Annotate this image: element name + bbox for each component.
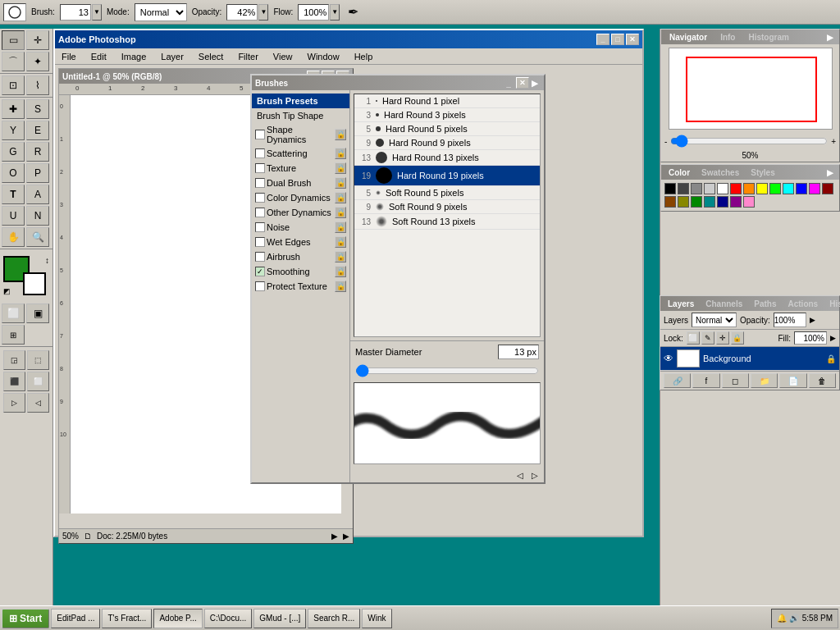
brush-preset-name[interactable]: Hard Round 19 pixels [397,171,536,180]
notes-tool[interactable]: N [26,206,49,226]
tab-history[interactable]: History [825,299,840,309]
standard-mode-btn[interactable]: ▣ [26,304,49,323]
start-button[interactable]: ⊞ Start [2,609,49,628]
wet-edges-row[interactable]: Wet Edges 🔒 [252,235,349,249]
eyedropper-tool[interactable]: ⌇ [26,75,49,95]
color-options-btn[interactable]: ▶ [824,167,836,178]
flow-arrow[interactable]: ▼ [330,4,340,21]
tab-swatches[interactable]: Swatches [697,167,743,178]
opacity-control[interactable]: ▼ [226,4,268,21]
shape-dynamics-label[interactable]: Shape Dynamics [267,125,333,144]
smoothing-row[interactable]: ✓ Smoothing 🔒 [252,264,349,279]
zoom-tool[interactable]: 🔍 [26,227,49,247]
zoom-in-btn[interactable]: + [831,137,836,146]
swatch-darkorange[interactable] [664,196,676,208]
brushes-minimize-btn[interactable]: _ [503,77,514,89]
texture-row[interactable]: Texture 🔒 [252,161,349,176]
brush-preset-name[interactable]: Soft Round 5 pixels [386,188,536,198]
list-item[interactable]: 13 Hard Round 13 pixels [354,150,540,166]
quick-mask-btn[interactable]: ⬜ [2,304,25,323]
magic-wand-tool[interactable]: ✦ [26,52,49,71]
color-dynamics-lock[interactable]: 🔒 [335,192,346,203]
airbrush-lock[interactable]: 🔒 [335,251,346,262]
add-style-btn[interactable]: f [692,373,719,388]
dual-brush-lock[interactable]: 🔒 [335,177,346,189]
ps-close-btn[interactable]: ✕ [626,34,639,45]
swatch-darkgray[interactable] [678,183,689,194]
opacity-arrow[interactable]: ▶ [810,316,815,324]
brush-preset-name[interactable]: Soft Round 13 pixels [392,217,536,226]
shape-dynamics-checkbox[interactable] [255,130,265,139]
menu-select[interactable]: Select [195,50,227,63]
brush-preset-name[interactable]: Hard Round 5 pixels [386,124,536,134]
move-tool[interactable]: ✛ [26,30,49,50]
texture-lock[interactable]: 🔒 [335,162,346,174]
lock-transparent-btn[interactable]: ⬜ [687,331,700,345]
brush-preset-name[interactable]: Hard Round 13 pixels [392,153,536,162]
swatch-orange[interactable] [743,183,755,194]
brush-preset-name[interactable]: Hard Round 9 pixels [389,138,536,148]
nav-options-btn[interactable]: ▶ [824,31,836,43]
taskbar-search-btn[interactable]: Search R... [308,609,360,628]
text-tool[interactable]: T [2,185,25,204]
opacity-arrow[interactable]: ▼ [258,4,268,21]
menu-image[interactable]: Image [118,50,150,63]
brush-size-input[interactable] [60,4,91,21]
brushes-close-btn[interactable]: ✕ [516,77,529,89]
list-item[interactable]: 13 Soft Round 13 pixels [354,214,540,230]
brushes-options-btn[interactable]: ▶ [529,77,541,89]
color-dynamics-row[interactable]: Color Dynamics 🔒 [252,190,349,205]
dual-brush-label[interactable]: Dual Brush [267,178,333,188]
lock-position-btn[interactable]: ✛ [716,331,729,345]
lock-all-btn[interactable]: 🔒 [731,331,744,345]
extra-btn-3[interactable]: ⬛ [3,372,25,391]
default-colors-icon[interactable]: ◩ [3,287,11,295]
doc-status-arrow2[interactable]: ▶ [343,532,349,541]
other-dynamics-row[interactable]: Other Dynamics 🔒 [252,205,349,220]
eraser-tool[interactable]: E [26,121,49,140]
extra-btn-2[interactable]: ⬚ [27,350,49,370]
airbrush-toggle[interactable]: ✒ [348,4,358,20]
protect-texture-label[interactable]: Protect Texture [267,281,333,291]
list-item[interactable]: 19 Hard Round 19 pixels [354,166,540,186]
brush-presets-label[interactable]: Brush Presets [252,94,349,108]
zoom-slider[interactable] [670,135,828,148]
diameter-input[interactable] [498,345,539,359]
lasso-tool[interactable]: ⌒ [2,52,25,71]
swatch-red[interactable] [730,183,742,194]
doc-status-arrow[interactable]: ▶ [331,532,338,541]
tab-navigator[interactable]: Navigator [664,32,712,43]
list-item[interactable]: 1 Hard Round 1 pixel [354,94,540,108]
swatch-magenta[interactable] [809,183,820,194]
menu-file[interactable]: File [58,50,80,63]
extra-btn-5[interactable]: ▷ [3,393,25,413]
lock-image-btn[interactable]: ✎ [701,331,714,345]
menu-filter[interactable]: Filter [235,50,261,63]
brush-tip-shape-label[interactable]: Brush Tip Shape [252,108,349,123]
wet-edges-label[interactable]: Wet Edges [267,237,333,247]
tab-actions[interactable]: Actions [784,299,823,309]
menu-view[interactable]: View [270,50,296,63]
brush-presets-section[interactable]: Brush Presets [252,94,349,108]
scattering-label[interactable]: Scattering [267,148,333,158]
brushes-bottom-left-btn[interactable]: ◁ [514,469,526,481]
history-brush-tool[interactable]: Y [2,121,25,140]
scattering-lock[interactable]: 🔒 [335,148,346,159]
new-group-btn[interactable]: 📁 [751,373,778,388]
extra-btn-1[interactable]: ◲ [3,350,25,370]
protect-texture-row[interactable]: Protect Texture 🔒 [252,279,349,294]
wet-edges-checkbox[interactable] [255,237,265,247]
shape-tool[interactable]: U [2,206,25,226]
blur-tool[interactable]: R [26,142,49,162]
tab-paths[interactable]: Paths [750,299,780,309]
link-layers-btn[interactable]: 🔗 [664,373,691,388]
noise-lock[interactable]: 🔒 [335,221,346,233]
smoothing-checkbox[interactable]: ✓ [255,267,265,276]
opacity-input[interactable] [774,313,806,327]
swatch-blue[interactable] [796,183,807,194]
swatch-darkred[interactable] [822,183,833,194]
swap-colors-icon[interactable]: ↕ [45,256,49,265]
tab-histogram[interactable]: Histogram [743,32,793,43]
other-dynamics-label[interactable]: Other Dynamics [267,208,333,217]
clone-stamp-tool[interactable]: S [26,99,49,119]
